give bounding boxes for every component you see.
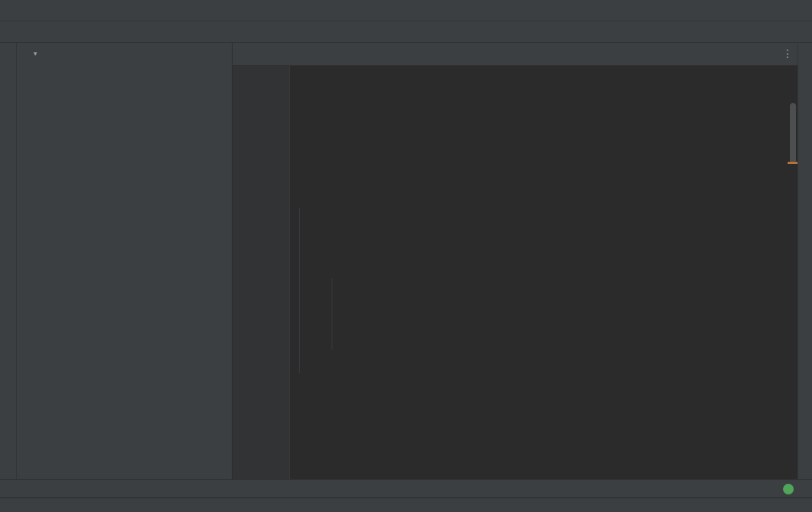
event-log-button[interactable] <box>783 484 812 494</box>
editor-gutter <box>233 66 289 479</box>
tool-window-bar <box>0 479 812 498</box>
maximize-button[interactable] <box>742 0 777 21</box>
warning-stripe-mark[interactable] <box>788 162 798 164</box>
project-tree <box>17 64 232 479</box>
ide-window: { "palette": { "accent_blue": "#4a88c7",… <box>0 0 812 512</box>
right-tool-stripe <box>798 43 812 479</box>
main-area: ▾ ⋮ <box>0 43 812 479</box>
navigation-toolbar <box>0 21 812 43</box>
window-controls <box>707 0 812 21</box>
tab-options-icon[interactable]: ⋮ <box>782 47 793 60</box>
title-bar <box>0 0 812 21</box>
code-editor[interactable] <box>233 66 798 479</box>
editor-column: ⋮ <box>233 43 798 479</box>
minimize-button[interactable] <box>707 0 742 21</box>
project-header: ▾ <box>17 43 232 64</box>
editor-tab-bar: ⋮ <box>233 43 798 66</box>
indent-guide <box>332 279 332 349</box>
close-button[interactable] <box>777 0 812 21</box>
project-view-caret-icon[interactable]: ▾ <box>34 50 37 57</box>
editor-scrollbar[interactable] <box>790 103 796 164</box>
project-tool-window: ▾ <box>17 43 233 479</box>
event-log-badge <box>783 484 794 494</box>
status-bar <box>0 498 812 512</box>
indent-guide <box>299 208 300 373</box>
left-tool-stripe <box>0 43 17 479</box>
